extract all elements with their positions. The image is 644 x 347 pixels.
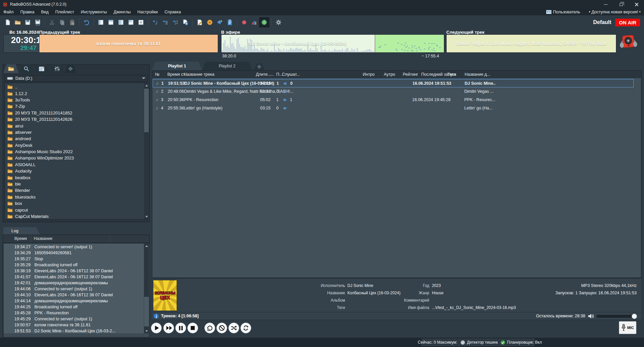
scroll-thumb[interactable] — [144, 89, 149, 132]
mic-button[interactable]: MIC — [619, 321, 636, 334]
folder-row[interactable]: Ashampoo WinOptimizer 2023 — [5, 155, 147, 161]
log-row[interactable]: 19:44:06 Connected to server! (output 1) — [4, 287, 149, 293]
paste-icon[interactable] — [67, 17, 77, 27]
col-dots[interactable]: ... — [270, 72, 274, 77]
folder-row[interactable]: airui — [5, 122, 147, 129]
update-notice[interactable]: • Доступна новая версия! • — [589, 10, 641, 14]
folder-row[interactable]: ASIO4ALL — [5, 161, 147, 168]
log-row[interactable]: 19:34:29 1650594049260581 — [4, 251, 149, 257]
col-rating[interactable]: Рейтинг — [403, 72, 418, 77]
col-tags[interactable]: Теги — [447, 72, 456, 77]
scheduler-status[interactable]: Планировщик: Вкл — [498, 339, 534, 346]
log-row[interactable]: 19:42:01 домашнеерадиоразмещениерекламы — [4, 281, 149, 287]
next-track-bar[interactable]: Dimitri Vegas & Like Mike, Regard, Natti… — [446, 34, 616, 53]
folder-row[interactable]: androed — [5, 135, 147, 142]
layout-top-icon[interactable] — [106, 17, 116, 27]
folder-row[interactable]: bluestacks — [5, 194, 147, 200]
announce-icon[interactable] — [215, 17, 225, 27]
layout-single-icon[interactable] — [96, 17, 106, 27]
save-as-icon[interactable] — [33, 17, 43, 27]
stats-icon[interactable] — [249, 17, 259, 27]
folder-row[interactable]: 3uTools — [5, 97, 147, 103]
log-col-name[interactable]: Название — [34, 236, 52, 241]
log-row[interactable]: 19:34:27 Connected to server! (output 1) — [4, 245, 149, 251]
next-button[interactable] — [163, 323, 174, 333]
folder-row[interactable]: CapCut Materials — [5, 213, 147, 220]
tab-playlist-1[interactable]: Playlist 1 — [152, 62, 202, 70]
log-row[interactable]: 19:44:10 ElevenLabs 2024 - 06-16T12 38 0… — [4, 293, 149, 299]
shuffle-button[interactable] — [228, 323, 239, 333]
layout-split-icon[interactable] — [116, 17, 126, 27]
col-outro[interactable]: Аутро — [384, 72, 395, 77]
current-track-waveform[interactable]: DJ Sonic Mine - Колбасный Цех (16-03-202… — [221, 34, 444, 53]
log-row[interactable]: 19:45:28 PPK - Resurection — [4, 311, 149, 317]
folder-row[interactable]: box — [5, 200, 147, 207]
menu-help[interactable]: Справка — [161, 9, 184, 15]
folder-scrollbar[interactable] — [144, 83, 149, 219]
folder-row[interactable]: beatbox — [5, 174, 147, 181]
folder-row[interactable]: capcut — [5, 207, 147, 213]
add-music-icon[interactable] — [170, 17, 180, 27]
tab-mixer[interactable] — [49, 64, 65, 73]
folder-row[interactable]: ble — [5, 181, 147, 187]
menu-jingles[interactable]: Джинглы — [110, 9, 134, 15]
silence-detector-status[interactable]: Детектор тишины: Выкл — [458, 339, 497, 346]
log-row[interactable]: 19:50:57 взлом говнотечка тв 39.11.61 — [4, 323, 149, 329]
previous-track-bar[interactable]: взлом говнотечка тв 39.11.61 — [39, 34, 218, 53]
col-display-name[interactable]: Название д... — [465, 72, 490, 77]
menu-settings[interactable]: Настройки — [134, 9, 161, 15]
tasks-icon[interactable] — [225, 17, 235, 27]
playlist-row-1[interactable]: ♫ 1 19:51:53 DJ Sonic Mine - Колбасный Ц… — [153, 79, 634, 87]
volume-icon[interactable] — [588, 313, 595, 319]
scroll-up-icon[interactable] — [144, 83, 149, 88]
menu-tools[interactable]: Инструменты — [77, 9, 110, 15]
playlist-row-4[interactable]: ♫ 4 20:55:38 Lettin' go (Hardstyle) 03:1… — [153, 104, 634, 112]
pause-button[interactable] — [175, 323, 186, 333]
scroll-down-icon[interactable] — [144, 329, 149, 334]
preset-selector[interactable]: Default — [593, 19, 611, 25]
folder-row[interactable]: Audacity — [5, 168, 147, 174]
layout-quad-icon[interactable] — [126, 17, 136, 27]
tab-playlist-2[interactable]: Playlist 2 — [202, 62, 252, 70]
volume-thumb[interactable] — [632, 314, 637, 319]
jingle-icon[interactable] — [205, 17, 215, 27]
log-row[interactable]: 19:35:29 Broadcasting turned off — [4, 263, 149, 269]
minimize-button[interactable] — [598, 0, 613, 9]
tab-add[interactable] — [65, 64, 76, 73]
play-button[interactable] — [151, 323, 162, 333]
log-row[interactable]: 19:38:19 ElevenLabs 2024 - 06-16T12 38 0… — [4, 269, 149, 275]
add-list-icon[interactable] — [160, 17, 170, 27]
folder-row[interactable]: Blender — [5, 187, 147, 194]
cut-icon[interactable] — [47, 17, 57, 27]
log-row[interactable]: 19:35:27 Stop — [4, 257, 149, 263]
tab-scheduler[interactable] — [34, 64, 49, 73]
col-listeners[interactable]: Слушат... — [282, 72, 300, 77]
tab-log[interactable]: Log — [3, 227, 40, 235]
col-intro[interactable]: Интро — [363, 72, 375, 77]
folder-row[interactable]: 20 МУЗ ТВ_20211120142626 — [5, 116, 147, 122]
save-playlist-icon[interactable] — [23, 17, 33, 27]
folder-row[interactable]: Ashampoo Music Studio 2022 — [5, 148, 147, 155]
folder-row[interactable]: AnyDesk — [5, 142, 147, 148]
col-duration[interactable]: Длите... — [256, 72, 271, 77]
drive-selector[interactable]: Data (D:) — [5, 75, 148, 82]
log-row[interactable]: 19:51:53 DJ Sonic Mine - Колбасный Цех (… — [4, 329, 149, 334]
log-col-time[interactable]: Время — [14, 236, 27, 241]
log-row[interactable]: 19:44:14 домашнеерадиоразмещениерекламы — [4, 299, 149, 305]
repeat-button[interactable] — [240, 323, 251, 333]
menu-playlist[interactable]: Плейлист — [52, 9, 77, 15]
folder-row[interactable]: 20 МУЗ ТВ_20211120141852 — [5, 110, 147, 116]
layout-add-icon[interactable] — [136, 17, 146, 27]
restore-button[interactable] — [613, 0, 629, 9]
tab-search[interactable] — [19, 64, 34, 73]
playlist-row-2[interactable]: ♫ 2 20:48:06 Dimitri Vegas & Like Mike, … — [153, 87, 634, 96]
on-air-badge[interactable]: ON AIR — [615, 19, 640, 26]
scroll-thumb[interactable] — [144, 297, 149, 326]
report-icon[interactable] — [195, 17, 205, 27]
record-icon[interactable] — [239, 17, 249, 27]
folder-row[interactable]: 7-Zip — [5, 103, 147, 109]
folder-row[interactable]: .. — [5, 84, 147, 90]
repeat-zero-button[interactable] — [204, 323, 215, 333]
tab-file-browser[interactable] — [3, 64, 19, 73]
scroll-up-icon[interactable] — [144, 244, 149, 249]
